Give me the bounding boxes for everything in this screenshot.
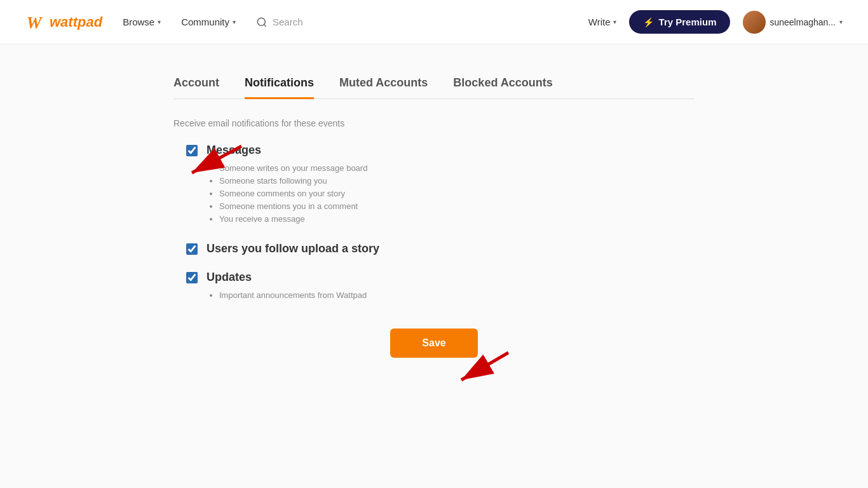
messages-checkbox[interactable]: [186, 145, 198, 156]
svg-text:W: W: [27, 13, 43, 32]
nav-right: Write ▾ ⚡ Try Premium suneelmaghan... ▾: [588, 10, 843, 34]
notifications-subtitle: Receive email notifications for these ev…: [173, 118, 695, 128]
updates-sub-list: Important announcements from Wattpad: [207, 290, 367, 300]
updates-content: Updates Important announcements from Wat…: [207, 271, 367, 303]
search-placeholder: Search: [273, 17, 303, 27]
user-menu[interactable]: suneelmaghan... ▾: [743, 11, 843, 34]
messages-label[interactable]: Messages: [207, 144, 261, 156]
user-chevron-icon: ▾: [839, 18, 843, 25]
write-chevron-icon: ▾: [613, 18, 616, 25]
svg-line-2: [264, 24, 266, 26]
list-item: Important announcements from Wattpad: [219, 290, 367, 300]
updates-section: Updates Important announcements from Wat…: [186, 271, 695, 303]
updates-checkbox-item: Updates Important announcements from Wat…: [186, 271, 695, 303]
save-button[interactable]: Save: [390, 329, 477, 358]
settings-tabs: Account Notifications Muted Accounts Blo…: [173, 76, 695, 99]
list-item: Someone comments on your story: [219, 189, 367, 198]
follow-upload-checkbox-item: Users you follow upload a story: [186, 242, 695, 255]
messages-section: Messages Someone writes on your message …: [186, 144, 695, 227]
follow-upload-checkbox[interactable]: [186, 243, 198, 255]
tab-notifications[interactable]: Notifications: [245, 76, 314, 99]
logo-text: wattpad: [50, 14, 102, 30]
avatar: [743, 11, 766, 34]
messages-content: Messages Someone writes on your message …: [207, 144, 367, 227]
browse-chevron-icon: ▾: [158, 18, 161, 25]
updates-label[interactable]: Updates: [207, 271, 252, 283]
svg-point-1: [257, 18, 265, 25]
messages-checkbox-item: Messages Someone writes on your message …: [186, 144, 695, 227]
community-label: Community: [181, 17, 229, 27]
notifications-form: Messages Someone writes on your message …: [173, 144, 695, 303]
community-menu[interactable]: Community ▾: [181, 17, 236, 27]
follow-upload-label[interactable]: Users you follow upload a story: [207, 242, 379, 255]
list-item: You receive a message: [219, 214, 367, 224]
write-label: Write: [588, 17, 611, 27]
navbar: W wattpad Browse ▾ Community ▾ Search Wr…: [0, 0, 868, 44]
avatar-image: [743, 11, 766, 34]
tab-muted-accounts[interactable]: Muted Accounts: [339, 76, 428, 99]
username: suneelmaghan...: [770, 17, 836, 27]
tab-account[interactable]: Account: [173, 76, 219, 99]
tab-blocked-accounts[interactable]: Blocked Accounts: [453, 76, 552, 99]
list-item: Someone mentions you in a comment: [219, 201, 367, 211]
list-item: Someone starts following you: [219, 176, 367, 186]
search-bar[interactable]: Search: [256, 17, 568, 28]
list-item: Someone writes on your message board: [219, 163, 367, 173]
community-chevron-icon: ▾: [233, 18, 236, 25]
search-icon: [256, 17, 268, 28]
messages-sub-list: Someone writes on your message board Som…: [207, 163, 367, 224]
page-wrapper: W wattpad Browse ▾ Community ▾ Search Wr…: [0, 0, 868, 488]
browse-menu[interactable]: Browse ▾: [123, 17, 161, 27]
lightning-icon: ⚡: [643, 17, 654, 27]
updates-checkbox[interactable]: [186, 272, 198, 283]
logo[interactable]: W wattpad: [25, 12, 102, 32]
write-menu[interactable]: Write ▾: [588, 17, 616, 27]
try-premium-label: Try Premium: [659, 17, 717, 27]
try-premium-button[interactable]: ⚡ Try Premium: [629, 10, 731, 34]
main-content: Account Notifications Muted Accounts Blo…: [148, 44, 720, 390]
browse-label: Browse: [123, 17, 154, 27]
